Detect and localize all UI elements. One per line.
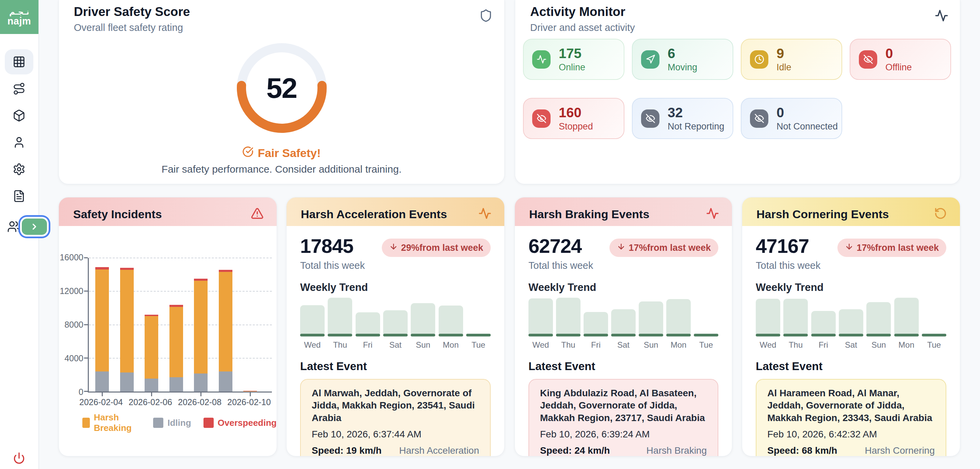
event-header-icon: [934, 207, 947, 221]
trend-bar-tue: [922, 298, 946, 336]
y-tick-label: 16000: [60, 252, 83, 262]
users-icon: [7, 220, 20, 233]
sidebar-item-settings[interactable]: [5, 157, 33, 182]
sidebar-nav: [5, 49, 33, 209]
x-tick-label: 2026-02-10: [218, 397, 277, 407]
navigation-icon: [646, 54, 655, 64]
event-summary-card: Harsh Cornering Events 47167 Total this …: [742, 197, 960, 456]
dashboard-page: نـجـم najm Driver Safety Score Overall f…: [0, 0, 980, 469]
y-tick-label: 8000: [64, 320, 83, 330]
trend-day-label: Wed: [756, 340, 780, 350]
trend-day-label: Wed: [300, 340, 325, 350]
trend-bar-sun: [639, 298, 663, 336]
arrow-down-icon: [389, 242, 398, 251]
trend-bar-tue: [694, 298, 718, 336]
trend-day-label: Fri: [584, 340, 608, 350]
activity-monitor-card: Activity Monitor Driver and asset activi…: [515, 0, 960, 184]
eye-off-icon: [754, 114, 764, 124]
safety-status-row: Fair Safety!: [59, 146, 504, 160]
safety-status-label: Fair Safety!: [258, 146, 321, 160]
tile-status-icon: [859, 50, 877, 69]
trend-day-label: Sat: [383, 340, 408, 350]
event-card-title: Harsh Braking Events: [529, 208, 649, 221]
weekly-trend-chart: [528, 298, 718, 336]
driver-safety-subtitle: Overall fleet safety rating: [74, 22, 504, 33]
event-address: Al Marwah, Jeddah, Governorate of Jidda,…: [312, 387, 479, 424]
activity-tile-stopped[interactable]: 160Stopped: [523, 98, 624, 139]
sidebar-item-package[interactable]: [5, 103, 33, 128]
activity-icon: [479, 207, 492, 220]
logout-power-button[interactable]: [13, 452, 25, 466]
activity-icon: [537, 54, 546, 64]
tile-label: Stopped: [559, 121, 593, 132]
driver-safety-score-card: Driver Safety Score Overall fleet safety…: [59, 0, 504, 184]
trend-bar-fri: [811, 298, 836, 336]
eye-off-icon: [537, 114, 546, 124]
activity-tile-not-connected[interactable]: 0Not Connected: [741, 98, 842, 139]
check-circle-icon: [242, 146, 253, 160]
trend-bar-thu: [783, 298, 808, 336]
event-speed: Speed: 24 km/h: [540, 445, 610, 456]
safety-incidents-card: Safety Incidents 0400080001200016000 202…: [59, 197, 277, 456]
arrow-down-icon: [617, 242, 625, 251]
sidebar-expand-button[interactable]: [22, 219, 47, 235]
trend-day-label: Sun: [639, 340, 663, 350]
activity-tile-online[interactable]: 175Online: [523, 39, 624, 80]
event-address: King Abdulaziz Road, Al Basateen, Jeddah…: [540, 387, 707, 424]
weekly-trend-chart: [300, 298, 491, 336]
y-tick-label: 12000: [60, 286, 83, 296]
trend-day-label: Sun: [866, 340, 891, 350]
trend-day-label: Sat: [839, 340, 863, 350]
event-total-value: 17845: [300, 234, 365, 257]
activity-icon: [706, 207, 719, 220]
incident-bar-2026-02-06: [145, 258, 158, 391]
najm-logo: نـجـم najm: [0, 0, 38, 34]
sidebar-item-grid-3x3[interactable]: [5, 49, 33, 74]
check-circle-icon: [242, 146, 253, 157]
logo-arabic-text: نـجـم: [9, 8, 29, 16]
tile-label: Moving: [668, 62, 697, 73]
trend-day-label: Fri: [356, 340, 380, 350]
activity-tiles-grid: 175Online6Moving9Idle0Offline160Stopped3…: [523, 39, 951, 139]
legend-swatch: [204, 418, 214, 428]
latest-event-box: Al Marwah, Jeddah, Governorate of Jidda,…: [300, 379, 491, 456]
trend-bar-fri: [356, 298, 380, 336]
event-total-value: 47167: [756, 234, 821, 257]
legend-swatch: [82, 418, 90, 428]
activity-tile-offline[interactable]: 0Offline: [850, 39, 951, 80]
incidents-stacked-bar-chart: [88, 258, 272, 393]
sidebar-item-file-text[interactable]: [5, 184, 33, 209]
arrow-down-icon: [845, 242, 853, 251]
trend-day-label: Sat: [611, 340, 636, 350]
sidebar: نـجـم najm: [0, 0, 39, 469]
activity-tile-not-reporting[interactable]: 32Not Reporting: [632, 98, 733, 139]
event-total-label: Total this week: [756, 260, 821, 271]
y-tick-label: 4000: [64, 353, 83, 363]
trend-bar-sat: [839, 298, 863, 336]
latest-event-title: Latest Event: [300, 360, 491, 373]
activity-tile-moving[interactable]: 6Moving: [632, 39, 733, 80]
trend-bar-sun: [866, 298, 891, 336]
safety-incidents-header: Safety Incidents: [59, 198, 277, 226]
sidebar-item-user[interactable]: [5, 130, 33, 155]
tile-label: Idle: [776, 62, 791, 73]
trend-day-label: Tue: [922, 340, 946, 350]
weekly-trend-title: Weekly Trend: [300, 281, 491, 294]
trend-day-label: Tue: [466, 340, 491, 350]
sidebar-item-users[interactable]: [7, 220, 20, 234]
clock-icon: [754, 54, 764, 64]
trend-bar-thu: [328, 298, 352, 336]
logo-latin-text: najm: [8, 16, 31, 26]
sidebar-item-route[interactable]: [5, 76, 33, 101]
incidents-legend: Harsh BreakingIdlingOverspeeding: [82, 412, 277, 433]
latest-event-title: Latest Event: [528, 360, 718, 373]
trend-day-label: Mon: [439, 340, 463, 350]
tile-label: Not Reporting: [668, 121, 724, 132]
latest-event-title: Latest Event: [756, 360, 946, 373]
tile-status-icon: [641, 50, 659, 69]
weekly-trend-title: Weekly Trend: [756, 281, 946, 294]
tile-value: 0: [885, 46, 912, 60]
activity-tile-idle[interactable]: 9Idle: [741, 39, 842, 80]
event-card-body: 62724 Total this week 17%from last week …: [515, 234, 732, 456]
weekly-trend-day-labels: WedThuFriSatSunMonTue: [300, 340, 491, 350]
